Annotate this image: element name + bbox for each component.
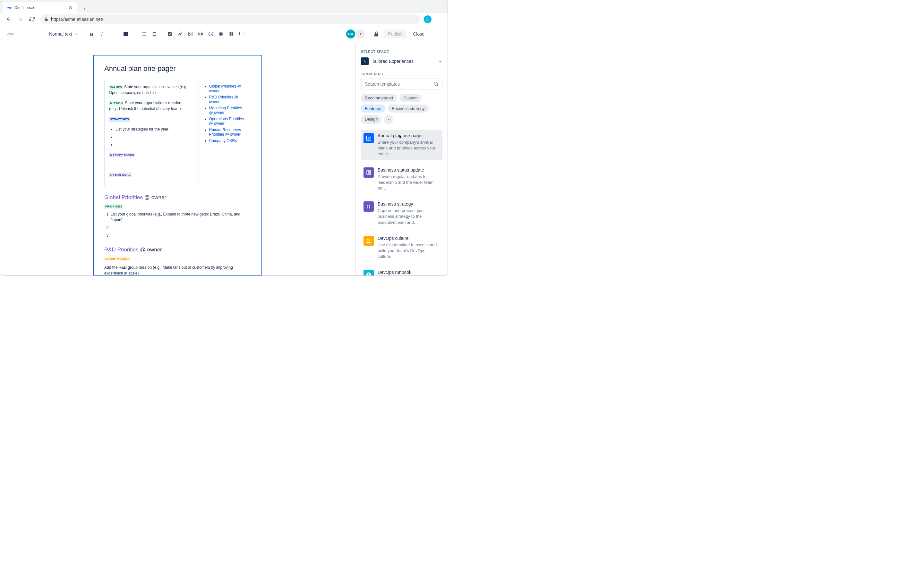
list-item: Human Resources Priorities @ owner [209,128,246,137]
search-input[interactable] [365,82,433,87]
left-column[interactable]: VALUES State your organization's values … [104,80,196,186]
action-item-button[interactable] [164,29,175,39]
section-link[interactable]: Global Priorities [104,194,143,200]
text-style-dropdown[interactable]: Normal text [46,30,81,38]
toc-link[interactable]: Marketing Priorities @ owner [209,106,242,115]
svg-point-15 [199,33,201,35]
back-button[interactable] [4,15,13,24]
svg-point-26 [367,208,368,208]
search-templates-input[interactable] [361,79,442,90]
template-icon [363,167,374,178]
more-formatting-button[interactable]: ⋯ [107,29,117,39]
toc-link[interactable]: Operations Priorities @ owner [209,117,244,126]
pill-featured[interactable]: Featured [361,104,385,112]
pills-more-button[interactable]: ⋯ [384,115,393,124]
layouts-button[interactable] [226,29,237,39]
toc-link[interactable]: Global Priorities @ owner [209,84,241,93]
pill-business-strategy[interactable]: Business strategy [388,104,429,112]
strategies-list[interactable]: List your strategies for the year [109,126,191,148]
table-button[interactable] [216,29,226,39]
user-avatar[interactable]: CK [346,30,355,38]
confluence-logo-icon[interactable] [7,30,14,38]
new-tab-button[interactable]: + [80,4,89,13]
section-link[interactable]: R&D Priorities [104,247,139,253]
template-desc: Provide regular updates to leadership an… [377,174,440,191]
template-card-business-status[interactable]: Business status update Provide regular u… [361,164,442,195]
tab-bar: Confluence ✕ + [0,0,447,13]
svg-text:3: 3 [152,35,152,36]
url-text: https://acme.atlassian.net/ [51,17,103,22]
svg-rect-4 [143,34,146,34]
svg-rect-19 [231,32,233,36]
bold-button[interactable]: B [87,29,97,39]
pill-custom[interactable]: Custom [400,94,422,102]
italic-button[interactable]: I [97,29,107,39]
svg-point-21 [434,82,438,86]
reload-button[interactable] [27,15,36,24]
lock-icon [44,17,49,22]
link-button[interactable] [175,29,185,39]
template-title: DevOps culture [377,236,440,241]
image-button[interactable] [185,29,195,39]
tab-title: Confluence [14,5,66,10]
close-tab-icon[interactable]: ✕ [68,5,73,10]
mention-button[interactable] [195,29,206,39]
space-selector[interactable]: Tailored Experiences [361,56,442,66]
template-card-devops-culture[interactable]: DevOps culture Use this template to asse… [361,232,442,263]
template-title: DevOps runbook [377,270,440,275]
chevron-down-icon [129,32,133,36]
svg-point-1 [142,34,142,35]
restrictions-button[interactable] [371,29,381,39]
page-title[interactable]: Annual plan one-pager [104,65,251,73]
template-icon [363,133,374,144]
right-column[interactable]: Global Priorities @ owner R&D Priorities… [199,80,251,186]
pill-design[interactable]: Design [361,115,381,124]
toc-link[interactable]: Company OKRs [209,139,237,143]
template-card-annual-plan[interactable]: Annual plan one pager Share your company… [361,130,442,160]
editor-canvas[interactable]: Annual plan one-pager VALUES State your … [0,43,355,276]
browser-tab[interactable]: Confluence ✕ [3,2,77,13]
list-item [111,232,251,238]
pill-recommended[interactable]: Recommended [361,94,397,102]
section-heading-global[interactable]: Global Priorities @ owner [104,194,251,201]
template-icon [363,236,374,246]
add-collaborator-button[interactable]: + [356,30,365,38]
templates-sidebar: SELECT SPACE Tailored Experiences TEMPLA… [355,43,447,276]
url-bar[interactable]: https://acme.atlassian.net/ [40,14,420,24]
numbered-list-button[interactable]: 123 [149,29,159,39]
browser-menu-button[interactable]: ⋮ [434,16,444,23]
emoji-button[interactable] [206,29,216,39]
bullet-list-button[interactable] [139,29,149,39]
svg-point-24 [367,205,368,205]
strategies-tag: STRATEGIES [109,117,130,122]
template-title: Business strategy [377,201,440,207]
toc-link[interactable]: R&D Priorities @ owner [209,95,239,104]
svg-point-16 [208,32,213,36]
svg-point-14 [189,33,190,34]
template-card-devops-runbook[interactable]: DevOps runbook Prepare your operations t… [361,266,442,276]
section-heading-rnd[interactable]: R&D Priorities @ owner [104,247,251,253]
forward-button[interactable] [16,15,25,24]
chevron-down-icon [438,59,442,63]
template-desc: Capture and present your business strate… [377,208,440,226]
close-button[interactable]: Close [409,30,428,38]
template-card-business-strategy[interactable]: Business strategy Capture and present yo… [361,198,442,229]
list-item: Company OKRs [209,139,246,143]
global-priorities-list[interactable]: List your global priorities (e.g., Expan… [104,211,251,238]
svg-rect-17 [219,32,223,36]
chevron-down-icon [242,32,245,36]
market-focus-tag: MARKET FOCUS [109,153,135,158]
template-title: Annual plan one pager [377,133,440,138]
address-bar: https://acme.atlassian.net/ C ⋮ [0,13,447,25]
rnd-mission-text: Add the R&D group mission (e.g., Make fa… [104,265,251,276]
browser-chrome: Confluence ✕ + https://acme.atlassian.ne… [0,0,447,25]
toc-link[interactable]: Human Resources Priorities @ owner [209,128,241,137]
more-actions-button[interactable]: ⋯ [431,29,441,39]
publish-button[interactable]: Publish [384,30,406,38]
text-color-button[interactable] [123,29,133,39]
list-item: List your strategies for the year [115,126,191,132]
browser-profile-avatar[interactable]: C [424,16,431,23]
svg-rect-12 [168,32,172,36]
insert-button[interactable]: + [237,29,247,39]
svg-rect-31 [368,274,369,276]
